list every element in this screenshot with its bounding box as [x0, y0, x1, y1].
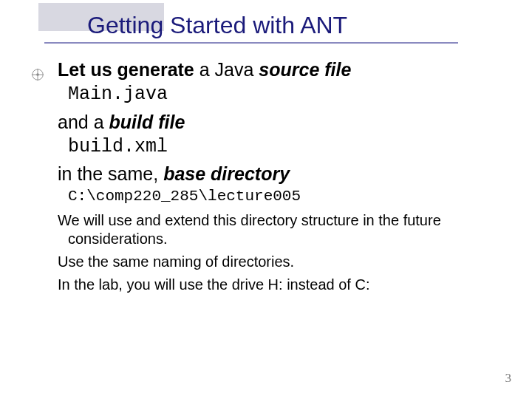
code-build-xml: build.xml [68, 135, 495, 158]
title-block: Getting Started with ANT [44, 7, 495, 45]
title-underline [44, 42, 458, 44]
body-2: Use the same naming of directories. [68, 253, 495, 271]
bullet-1: Let us generate a Java source file [44, 58, 495, 81]
bullet-3: in the same, base directory [44, 163, 495, 185]
text: build file [109, 112, 185, 132]
body-3: In the lab, you will use the drive H: in… [68, 276, 495, 294]
code-path: C:\comp220_285\lecture005 [68, 187, 495, 206]
slide: Getting Started with ANT Let us generate… [0, 0, 532, 399]
text: Let us generate [58, 59, 194, 80]
code-main-java: Main.java [68, 83, 495, 106]
slide-title: Getting Started with ANT [44, 12, 495, 39]
text: and a [58, 112, 109, 132]
svg-point-3 [36, 73, 39, 76]
text: a Java [194, 59, 259, 80]
text: base directory [163, 163, 290, 184]
bullet-2: and a build file [44, 111, 495, 134]
body-1: We will use and extend this directory st… [68, 211, 495, 248]
text: source file [259, 59, 351, 80]
text: in the same, [58, 163, 163, 184]
compass-icon [31, 64, 44, 77]
page-number: 3 [505, 371, 512, 386]
